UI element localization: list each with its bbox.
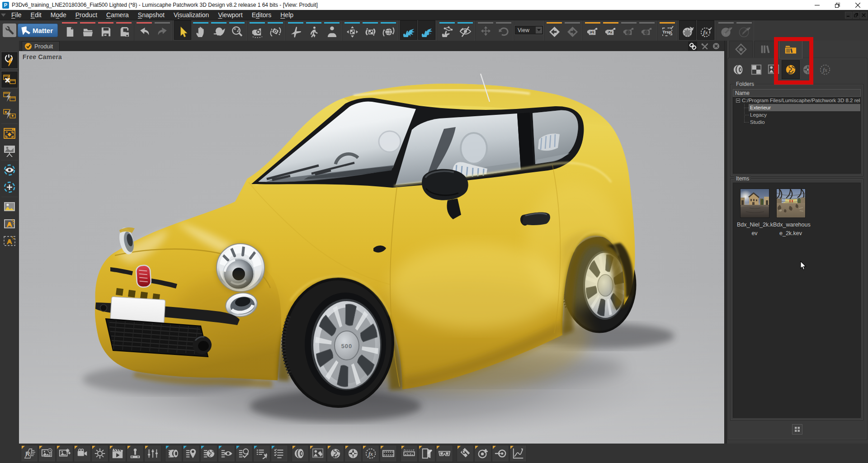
tree-item-studio[interactable]: Studio — [749, 118, 860, 126]
portal-button[interactable] — [418, 445, 435, 462]
material-editor-button[interactable] — [292, 445, 309, 462]
show-stickers-button[interactable] — [679, 20, 696, 40]
tab-products[interactable] — [729, 41, 753, 57]
redo-button[interactable] — [154, 20, 171, 40]
snapshots-batch-button[interactable] — [38, 445, 56, 462]
view-dropdown-arrow[interactable] — [536, 27, 542, 33]
presentation-button[interactable] — [1, 142, 18, 159]
timeline-editor-button[interactable] — [380, 445, 397, 462]
thumbnail-view-button[interactable] — [792, 424, 802, 435]
environment-editor-button[interactable] — [327, 445, 344, 462]
video-button[interactable] — [74, 445, 91, 462]
camera-turntable-button[interactable] — [267, 20, 284, 40]
undo-button[interactable] — [136, 20, 153, 40]
rotate-object-button[interactable] — [362, 20, 379, 40]
new-document-button[interactable] — [61, 20, 78, 40]
menu-file[interactable]: File — [7, 10, 26, 19]
product-window-button[interactable] — [1, 125, 18, 142]
item-card[interactable]: Bdx_Niel_2k.k ev — [737, 189, 772, 238]
render-frame-button[interactable] — [21, 445, 38, 462]
matter-mode-button[interactable]: Matter — [18, 24, 58, 37]
pick-surface-button[interactable] — [400, 20, 417, 40]
zoom-tool-button[interactable] — [228, 20, 245, 40]
camera-1-button[interactable] — [584, 20, 601, 40]
menu-edit[interactable]: Edit — [26, 10, 46, 19]
visitor-mode-button[interactable] — [323, 20, 340, 40]
walk-mode-button[interactable] — [305, 20, 322, 40]
move-disabled-button[interactable] — [477, 20, 494, 40]
mdi-close-button[interactable] — [860, 12, 867, 19]
item-card[interactable]: Bdx_warehous e_2k.kev — [773, 189, 808, 238]
layers-visibility-button[interactable] — [218, 445, 235, 462]
cat-effects[interactable] — [816, 61, 834, 79]
system-menu-icon[interactable] — [0, 13, 7, 17]
render-region-button[interactable] — [1, 233, 18, 249]
checklist-button[interactable] — [271, 445, 288, 462]
open-button[interactable] — [79, 20, 96, 40]
stereo-button[interactable] — [436, 445, 453, 462]
sun-button[interactable] — [91, 445, 108, 462]
paint-partial-button[interactable] — [736, 20, 753, 40]
save-all-button[interactable] — [115, 20, 132, 40]
tree-item-legacy[interactable]: Legacy — [749, 111, 860, 118]
lighting-compute-button[interactable] — [1, 89, 18, 105]
layers-position-button[interactable] — [183, 445, 200, 462]
animation-button[interactable] — [109, 445, 126, 462]
menu-product[interactable]: Product — [71, 10, 102, 19]
previous-view-button[interactable] — [546, 20, 563, 40]
select-tool-button[interactable] — [174, 20, 191, 40]
tree-item-exterieur[interactable]: Exterieur — [749, 104, 860, 111]
rotate-disabled-button[interactable] — [495, 20, 512, 40]
controller-button[interactable] — [127, 445, 144, 462]
hide-surface-button[interactable] — [457, 20, 474, 40]
image-editor-button[interactable] — [309, 445, 326, 462]
layers-check-button[interactable] — [236, 445, 253, 462]
panel-splitter[interactable] — [724, 41, 728, 444]
pick-add-button[interactable] — [418, 20, 435, 40]
add-view-button[interactable] — [1, 179, 18, 195]
camera-2-button[interactable] — [602, 20, 619, 40]
snapshot-config-button[interactable] — [56, 445, 73, 462]
close-view-button[interactable] — [712, 42, 721, 51]
link-views-button[interactable] — [688, 42, 697, 51]
tree-root-row[interactable]: C:/Program Files/Lumiscaphe/Patchwork 3D… — [733, 97, 860, 104]
fly-mode-button[interactable] — [287, 20, 304, 40]
menu-editors[interactable]: Editors — [247, 10, 276, 19]
tab-produit[interactable]: Produit — [22, 41, 60, 51]
view-mode-dropdown[interactable]: View — [515, 26, 543, 34]
list-config-button[interactable] — [253, 445, 270, 462]
orbit-tool-button[interactable] — [210, 20, 227, 40]
menu-camera[interactable]: Camera — [102, 10, 133, 19]
mdi-restore-button[interactable] — [853, 12, 859, 19]
menu-visualization[interactable]: Visualization — [169, 10, 213, 19]
cat-materials[interactable] — [731, 61, 748, 79]
curve-editor-button[interactable] — [509, 445, 527, 462]
minimize-button[interactable] — [807, 0, 827, 10]
menu-mode[interactable]: Mode — [46, 10, 71, 19]
tree-collapse-icon[interactable] — [736, 99, 740, 103]
lighting-off-button[interactable] — [1, 71, 18, 88]
snapshot-image-button[interactable] — [1, 198, 18, 215]
view-tools-button[interactable] — [700, 42, 709, 51]
gear-disc-button[interactable] — [474, 445, 491, 462]
viewport-3d[interactable]: 500 Free Camera — [19, 51, 724, 444]
rotate-world-button[interactable] — [380, 20, 397, 40]
camera-3-button[interactable] — [620, 20, 637, 40]
camera-frame-button[interactable] — [249, 20, 266, 40]
layers-material-button[interactable] — [165, 445, 182, 462]
save-button[interactable] — [97, 20, 114, 40]
paint-all-button[interactable] — [717, 20, 735, 40]
restore-button[interactable] — [827, 0, 848, 10]
settings-sliders-button[interactable] — [144, 445, 161, 462]
translate-object-button[interactable] — [344, 20, 361, 40]
menu-snapshot[interactable]: Snapshot — [133, 10, 169, 19]
measure-button[interactable] — [401, 445, 418, 462]
import-disc-button[interactable] — [492, 445, 509, 462]
pick-links-button[interactable] — [439, 20, 456, 40]
layers-environment-button[interactable] — [200, 445, 217, 462]
mdi-minimize-button[interactable] — [845, 12, 852, 19]
lighting-products-button[interactable] — [1, 106, 18, 122]
material-tools-button[interactable] — [457, 445, 474, 462]
next-view-button[interactable] — [564, 20, 581, 40]
show-all-button[interactable] — [1, 162, 18, 178]
